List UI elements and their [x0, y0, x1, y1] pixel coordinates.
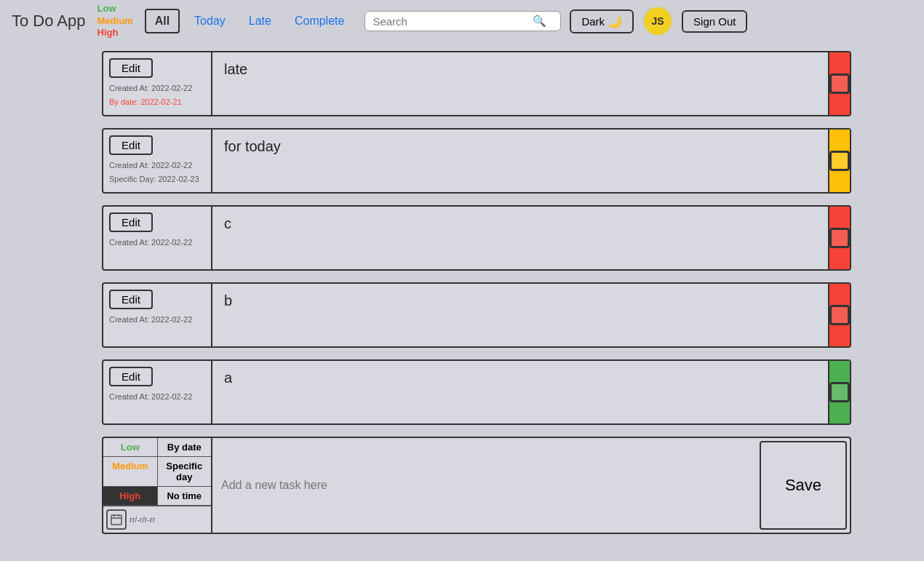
- task-color-bar-1: [828, 130, 850, 192]
- task-color-bar-4: [828, 361, 850, 423]
- task-item: Edit Created At: 2022-02-22 By date: 202…: [102, 51, 851, 116]
- edit-button-0[interactable]: Edit: [109, 58, 153, 78]
- edit-button-1[interactable]: Edit: [109, 135, 153, 155]
- date-display: rr/-r/r-rr: [130, 515, 155, 524]
- edit-button-2[interactable]: Edit: [109, 212, 153, 232]
- calendar-icon[interactable]: [106, 509, 127, 530]
- task-left-2: Edit Created At: 2022-02-22: [103, 207, 212, 269]
- task-item: Edit Created At: 2022-02-22 a: [102, 359, 851, 425]
- header: To Do App Low Medium High All Today Late…: [0, 0, 924, 42]
- task-created-1: Created At: 2022-02-22: [109, 159, 205, 172]
- nav-complete-button[interactable]: Complete: [286, 10, 353, 32]
- edit-button-4[interactable]: Edit: [109, 367, 153, 386]
- task-checkbox-3[interactable]: [829, 305, 850, 325]
- add-task-left: Low By date Medium Specific day High No …: [103, 438, 212, 533]
- nav-today-button[interactable]: Today: [186, 10, 234, 32]
- app-title: To Do App: [12, 12, 86, 31]
- task-due-1: Specific Day: 2022-02-23: [109, 172, 205, 186]
- add-task-bottom-row: rr/-r/r-rr: [103, 506, 211, 533]
- priority-medium-row: Medium Specific day: [103, 457, 211, 487]
- nav-all-button[interactable]: All: [145, 9, 180, 33]
- task-due-0: By date: 2022-02-21: [109, 95, 205, 108]
- add-task-area: Low By date Medium Specific day High No …: [102, 437, 851, 534]
- signout-button[interactable]: Sign Out: [682, 10, 747, 33]
- task-item: Edit Created At: 2022-02-22 c: [102, 205, 851, 271]
- add-priority-low[interactable]: Low: [103, 438, 158, 456]
- priority-low-label: Low: [97, 3, 133, 15]
- task-left-1: Edit Created At: 2022-02-22 Specific Day…: [103, 130, 212, 192]
- task-created-2: Created At: 2022-02-22: [109, 236, 205, 249]
- add-no-time[interactable]: No time: [158, 487, 212, 505]
- task-created-0: Created At: 2022-02-22: [109, 82, 205, 95]
- task-checkbox-2[interactable]: [829, 228, 850, 248]
- save-button[interactable]: Save: [760, 441, 847, 530]
- task-item: Edit Created At: 2022-02-22 b: [102, 282, 851, 348]
- task-left-3: Edit Created At: 2022-02-22: [103, 284, 212, 346]
- add-specific-day[interactable]: Specific day: [158, 457, 212, 486]
- add-task-input-wrap: [212, 438, 757, 533]
- add-priority-high[interactable]: High: [103, 487, 158, 505]
- task-title-4: a: [212, 361, 828, 423]
- search-input[interactable]: [373, 15, 533, 28]
- main-content: Edit Created At: 2022-02-22 By date: 202…: [0, 42, 924, 543]
- priority-select-row: Low By date: [103, 438, 211, 457]
- add-task-input[interactable]: [221, 479, 748, 492]
- task-created-3: Created At: 2022-02-22: [109, 314, 205, 326]
- task-title-2: c: [212, 207, 828, 269]
- dark-mode-button[interactable]: Dark 🌙: [570, 9, 634, 33]
- svg-rect-0: [111, 515, 122, 525]
- task-color-bar-3: [828, 284, 850, 346]
- task-created-4: Created At: 2022-02-22: [109, 391, 205, 403]
- task-checkbox-1[interactable]: [829, 151, 850, 171]
- search-icon: 🔍: [533, 15, 546, 28]
- avatar[interactable]: JS: [642, 6, 673, 36]
- task-color-bar-2: [828, 207, 850, 269]
- moon-icon: 🌙: [608, 15, 622, 28]
- edit-button-3[interactable]: Edit: [109, 290, 153, 309]
- priority-high-row: High No time: [103, 487, 211, 506]
- priority-high-label: High: [97, 27, 133, 39]
- nav-late-button[interactable]: Late: [240, 10, 280, 32]
- priority-legend: Low Medium High: [97, 3, 133, 40]
- task-checkbox-0[interactable]: [829, 73, 850, 94]
- task-checkbox-4[interactable]: [829, 382, 850, 402]
- task-color-bar-0: [828, 52, 850, 115]
- add-by-date[interactable]: By date: [158, 438, 212, 456]
- task-left-0: Edit Created At: 2022-02-22 By date: 202…: [103, 52, 212, 115]
- search-box: 🔍: [365, 11, 561, 31]
- add-priority-medium[interactable]: Medium: [103, 457, 158, 486]
- task-title-0: late: [212, 52, 828, 115]
- task-left-4: Edit Created At: 2022-02-22: [103, 361, 212, 423]
- task-title-3: b: [212, 284, 828, 346]
- dark-label: Dark: [581, 15, 605, 28]
- task-item: Edit Created At: 2022-02-22 Specific Day…: [102, 128, 851, 194]
- tasks-container: Edit Created At: 2022-02-22 By date: 202…: [102, 51, 851, 425]
- priority-medium-label: Medium: [97, 15, 133, 28]
- task-title-1: for today: [212, 130, 828, 192]
